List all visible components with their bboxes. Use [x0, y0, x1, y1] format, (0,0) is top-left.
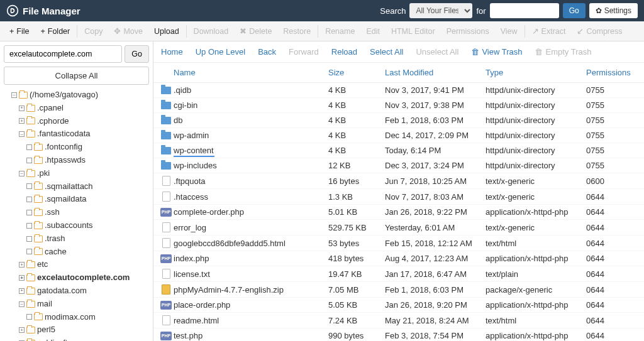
- subbar-select-all[interactable]: Select All: [370, 47, 403, 57]
- subbar-reload[interactable]: Reload: [331, 47, 357, 57]
- toolbar-html-editor: HTML Editor: [386, 21, 441, 41]
- file-area: HomeUp One LevelBackForwardReloadSelect …: [153, 41, 644, 341]
- tree-node[interactable]: +.cphorde: [4, 115, 149, 128]
- col-modified[interactable]: Last Modified: [385, 68, 486, 77]
- file-permissions: 0644: [586, 239, 636, 248]
- file-permissions: 0644: [586, 254, 636, 263]
- col-size[interactable]: Size: [328, 68, 385, 77]
- trash-icon: 🗑: [471, 47, 479, 57]
- file-size: 4 KB: [328, 131, 385, 140]
- file-row[interactable]: PHPtest.php990 bytesFeb 3, 2018, 7:54 PM…: [153, 328, 644, 341]
- tree-node[interactable]: +.cpanel: [4, 102, 149, 115]
- tree-node[interactable]: +etc: [4, 258, 149, 271]
- subbar-view-trash[interactable]: 🗑View Trash: [471, 47, 522, 57]
- file-row[interactable]: .htaccess1.3 KBNov 7, 2017, 8:03 AMtext/…: [153, 189, 644, 205]
- tree-node[interactable]: .fontconfig: [4, 141, 149, 154]
- toolbar-upload[interactable]: Upload: [148, 21, 185, 41]
- folder-icon: [34, 235, 43, 242]
- toolbar-file[interactable]: +File: [4, 21, 35, 41]
- toolbar-delete: ✖Delete: [234, 21, 277, 41]
- file-modified: Dec 3, 2017, 3:24 PM: [385, 161, 486, 170]
- tree-node[interactable]: .trash: [4, 232, 149, 246]
- tree-node[interactable]: –.fantasticodata: [4, 127, 149, 141]
- file-type: httpd/unix-directory: [486, 146, 586, 155]
- zip-icon: [162, 284, 170, 295]
- collapse-all-button[interactable]: Collapse All: [4, 67, 149, 85]
- for-label: for: [476, 6, 486, 16]
- file-row[interactable]: PHPcomplete-order.php5.01 KBJan 26, 2018…: [153, 205, 644, 220]
- toolbar-view: View: [495, 21, 523, 41]
- col-permissions[interactable]: Permissions: [586, 68, 636, 77]
- toolbar-folder[interactable]: +Folder: [35, 21, 75, 41]
- app-title: File Manager: [23, 6, 80, 16]
- file-row[interactable]: .ftpquota16 bytesJun 7, 2018, 10:25 AMte…: [153, 173, 644, 189]
- subbar-up-one-level[interactable]: Up One Level: [196, 47, 246, 57]
- file-modified: Feb 1, 2018, 6:03 PM: [385, 116, 486, 125]
- folder-icon: [161, 132, 171, 139]
- file-row[interactable]: cgi-bin4 KBNov 3, 2017, 9:38 PMhttpd/uni…: [153, 98, 644, 113]
- search-go-button[interactable]: Go: [563, 3, 586, 18]
- file-row[interactable]: db4 KBFeb 1, 2018, 6:03 PMhttpd/unix-dir…: [153, 113, 644, 128]
- tree-node[interactable]: cache: [4, 246, 149, 259]
- tree-node[interactable]: .sqmaildata: [4, 193, 149, 206]
- tree-node[interactable]: modimax.com: [4, 311, 149, 324]
- file-name: complete-order.php: [174, 207, 328, 217]
- file-permissions: 0755: [586, 131, 636, 140]
- file-row[interactable]: wp-admin4 KBDec 14, 2017, 2:09 PMhttpd/u…: [153, 128, 644, 143]
- tree-root[interactable]: –(/home3/gatovago): [4, 89, 149, 102]
- header-bar: File Manager Search All Your Files for G…: [0, 0, 644, 21]
- file-modified: Feb 3, 2018, 7:54 PM: [385, 331, 486, 340]
- tree-node[interactable]: .htpasswds: [4, 154, 149, 167]
- file-type: httpd/unix-directory: [486, 131, 586, 140]
- tree-node[interactable]: –mail: [4, 298, 149, 311]
- file-size: 5.05 KB: [328, 300, 385, 310]
- subbar-home[interactable]: Home: [161, 47, 183, 57]
- tree-node[interactable]: –.pki: [4, 167, 149, 180]
- tree-node[interactable]: +gatodata.com: [4, 284, 149, 298]
- file-row[interactable]: phpMyAdmin-4.7.7-english.zip7.05 MBFeb 1…: [153, 282, 644, 298]
- file-modified: Aug 4, 2017, 12:23 AM: [385, 254, 486, 263]
- search-scope-select[interactable]: All Your Files: [409, 3, 472, 18]
- file-row[interactable]: readme.html7.24 KBMay 21, 2018, 8:24 AMt…: [153, 313, 644, 328]
- toolbar-compress: ↙Compress: [571, 21, 628, 41]
- tree-node[interactable]: .sqmailattach: [4, 180, 149, 193]
- gear-icon: ✿: [596, 6, 602, 15]
- php-icon: PHP: [160, 332, 172, 340]
- file-row[interactable]: wp-content4 KBToday, 6:14 PMhttpd/unix-d…: [153, 143, 644, 158]
- search-input[interactable]: [490, 3, 559, 18]
- tree-node[interactable]: +excelautocomplete.com: [4, 271, 149, 284]
- subbar-unselect-all: Unselect All: [416, 47, 458, 57]
- file-row[interactable]: PHPindex.php418 bytesAug 4, 2017, 12:23 …: [153, 251, 644, 266]
- file-icon: [162, 192, 170, 202]
- file-row[interactable]: wp-includes12 KBDec 3, 2017, 3:24 PMhttp…: [153, 158, 644, 173]
- file-row[interactable]: license.txt19.47 KBJan 17, 2018, 6:47 AM…: [153, 266, 644, 282]
- toolbar-edit: Edit: [360, 21, 386, 41]
- file-modified: Nov 7, 2017, 8:03 AM: [385, 192, 486, 202]
- tree-node[interactable]: .subaccounts: [4, 219, 149, 232]
- file-row[interactable]: PHPplace-order.php5.05 KBJan 26, 2018, 9…: [153, 298, 644, 313]
- file-row[interactable]: googlebccd86dbfe9addd5.html53 bytesFeb 1…: [153, 235, 644, 251]
- file-row[interactable]: .qidb4 KBNov 3, 2017, 9:41 PMhttpd/unix-…: [153, 83, 644, 98]
- path-input[interactable]: [4, 45, 122, 63]
- file-icon: [162, 269, 170, 279]
- tree-node[interactable]: .ssh: [4, 206, 149, 219]
- folder-icon: [34, 209, 43, 216]
- file-type: application/x-httpd-php: [486, 207, 586, 217]
- file-permissions: 0755: [586, 146, 636, 155]
- file-row[interactable]: error_log529.75 KBYesterday, 6:01 AMtext…: [153, 220, 644, 235]
- col-type[interactable]: Type: [486, 68, 586, 77]
- folder-icon: [26, 117, 35, 124]
- toolbar-rename: Rename: [319, 21, 360, 41]
- toolbar-copy: Copy: [79, 21, 108, 41]
- file-type: text/x-generic: [486, 176, 586, 186]
- file-type: httpd/unix-directory: [486, 100, 586, 110]
- file-modified: Yesterday, 6:01 AM: [385, 223, 486, 232]
- tree-node[interactable]: +public_ftp: [4, 337, 149, 341]
- subbar-back[interactable]: Back: [258, 47, 276, 57]
- col-name[interactable]: Name: [174, 68, 328, 77]
- folder-icon: [161, 162, 171, 170]
- tree-node[interactable]: +perl5: [4, 323, 149, 337]
- settings-button[interactable]: ✿Settings: [589, 3, 638, 18]
- path-go-button[interactable]: Go: [125, 45, 149, 63]
- file-permissions: 0644: [586, 331, 636, 340]
